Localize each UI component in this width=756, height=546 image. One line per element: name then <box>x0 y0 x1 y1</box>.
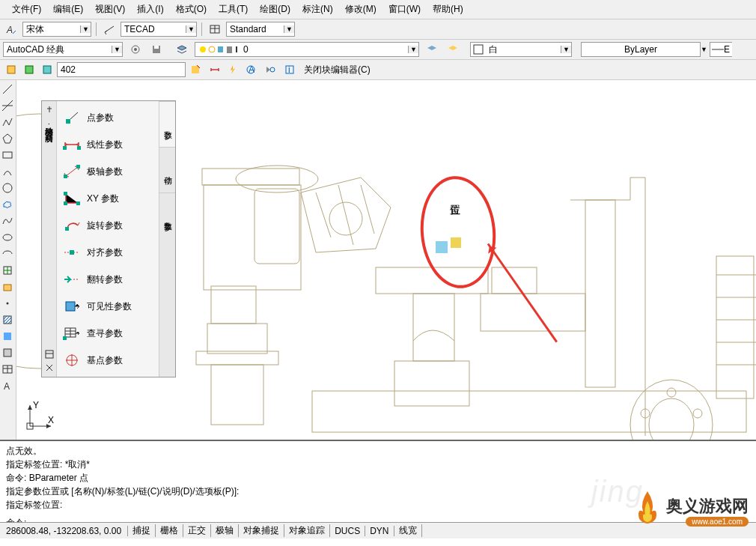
authoring-icon[interactable] <box>187 61 204 78</box>
dimstyle-input[interactable] <box>121 22 186 36</box>
pline-icon[interactable] <box>0 115 15 130</box>
workspace-input[interactable] <box>4 43 112 56</box>
chevron-down-icon[interactable]: ▼ <box>80 25 91 33</box>
menu-draw[interactable]: 绘图(D) <box>254 1 296 17</box>
point-icon[interactable] <box>0 296 15 311</box>
chevron-down-icon[interactable]: ▼ <box>284 25 294 33</box>
chevron-down-icon[interactable]: ▼ <box>112 46 122 53</box>
param-flip[interactable]: 翻转参数 <box>57 266 159 293</box>
linetype-input[interactable] <box>582 43 700 56</box>
font-input[interactable] <box>23 22 80 36</box>
gradient-icon[interactable] <box>0 329 15 344</box>
layer-input[interactable] <box>240 43 408 56</box>
info-icon[interactable]: i <box>281 61 298 78</box>
action-icon[interactable] <box>225 61 241 78</box>
param-lookup[interactable]: 查寻参数 <box>57 320 159 347</box>
attdef-icon[interactable]: A <box>243 61 259 78</box>
xline-icon[interactable] <box>0 98 15 113</box>
menu-tools[interactable]: 工具(T) <box>213 1 254 17</box>
block-name-input[interactable] <box>58 63 185 76</box>
chevron-down-icon[interactable]: ▼ <box>700 46 707 53</box>
block-name-combo[interactable] <box>57 62 186 77</box>
alignment-param-icon <box>63 245 81 260</box>
color-input[interactable] <box>486 43 561 56</box>
lineweight-combo[interactable]: E <box>710 42 732 57</box>
bsave-icon[interactable] <box>21 61 37 78</box>
save-icon[interactable] <box>148 41 165 58</box>
block-icon[interactable] <box>0 279 15 294</box>
insert-icon[interactable] <box>0 263 15 278</box>
menu-modify[interactable]: 修改(M) <box>339 1 382 17</box>
menu-window[interactable]: 窗口(W) <box>382 1 427 17</box>
ellipse-icon[interactable] <box>0 230 15 245</box>
gear-icon[interactable] <box>127 41 144 58</box>
grid-toggle[interactable]: 栅格 <box>156 524 183 537</box>
chevron-down-icon[interactable]: ▼ <box>561 46 571 53</box>
param-polar[interactable]: 极轴参数 <box>57 158 159 185</box>
linetype-combo[interactable]: ▼ <box>581 42 701 57</box>
dimstyle-icon[interactable] <box>101 21 118 37</box>
layer-prev-icon[interactable] <box>445 41 461 58</box>
menu-file[interactable]: 文件(F) <box>6 1 47 17</box>
tablestyle-combo[interactable]: ▼ <box>226 22 295 37</box>
param-basepoint[interactable]: 基点参数 <box>57 347 159 374</box>
spline-icon[interactable] <box>0 213 15 228</box>
param-xy[interactable]: XY 参数 <box>57 185 159 212</box>
osnap-toggle[interactable]: 对象捕捉 <box>239 524 284 537</box>
mtext-icon[interactable]: A <box>0 378 15 393</box>
rectangle-icon[interactable] <box>0 148 15 163</box>
pin-icon[interactable] <box>43 104 55 116</box>
circle-icon[interactable] <box>0 181 15 195</box>
close-block-editor-button[interactable]: 关闭块编辑器(C) <box>299 62 375 78</box>
dimstyle-combo[interactable]: ▼ <box>121 22 197 37</box>
tab-parameters[interactable]: 参数 <box>159 101 175 147</box>
ortho-toggle[interactable]: 正交 <box>183 524 211 537</box>
menu-insert[interactable]: 插入(I) <box>131 1 169 17</box>
otrack-toggle[interactable]: 对象追踪 <box>284 524 330 537</box>
color-combo[interactable]: ▼ <box>470 42 572 57</box>
chevron-down-icon[interactable]: ▼ <box>408 46 418 53</box>
menu-format[interactable]: 格式(O) <box>170 1 213 17</box>
param-icon[interactable] <box>207 61 223 78</box>
tablestyle-input[interactable] <box>227 22 284 36</box>
lwt-toggle[interactable]: 线宽 <box>394 524 422 537</box>
coordinates-display[interactable]: 286008.48, -132208.63, 0.00 <box>0 526 128 536</box>
dyn-toggle[interactable]: DYN <box>365 526 394 536</box>
font-combo[interactable]: ▼ <box>22 22 91 37</box>
revcloud-icon[interactable] <box>0 197 15 212</box>
param-point[interactable]: 点参数 <box>57 104 159 131</box>
polar-toggle[interactable]: 极轴 <box>211 524 239 537</box>
param-linear[interactable]: 线性参数 <box>57 131 159 158</box>
param-rotation[interactable]: 旋转参数 <box>57 212 159 239</box>
layer-combo[interactable]: ▼ <box>195 42 419 57</box>
polygon-icon[interactable] <box>0 131 15 146</box>
props-icon[interactable] <box>43 348 55 360</box>
bedit-icon[interactable] <box>3 61 19 78</box>
bsaveas-icon[interactable] <box>39 61 55 78</box>
workspace-combo[interactable]: ▼ <box>3 42 123 57</box>
block-authoring-palette[interactable]: 块编与动块 · 所有动块 点参数 线性参数 极轴参数 XY 参数 旋转参数 对齐… <box>41 100 176 377</box>
region-icon[interactable] <box>0 345 15 360</box>
layer-icon[interactable] <box>174 41 190 58</box>
table-icon[interactable] <box>0 362 15 377</box>
visibility-icon[interactable] <box>262 61 278 78</box>
tablestyle-icon[interactable] <box>207 21 223 37</box>
layer-state-icon[interactable] <box>424 41 440 58</box>
chevron-down-icon[interactable]: ▼ <box>186 25 196 33</box>
textstyle-icon[interactable]: A <box>3 21 19 37</box>
arc-icon[interactable] <box>0 164 15 179</box>
menu-dimension[interactable]: 标注(N) <box>296 1 339 17</box>
param-alignment[interactable]: 对齐参数 <box>57 239 159 266</box>
menu-edit[interactable]: 编辑(E) <box>47 1 89 17</box>
line-icon[interactable] <box>0 82 15 97</box>
menu-help[interactable]: 帮助(H) <box>427 1 469 17</box>
ellipsearc-icon[interactable] <box>0 246 15 261</box>
param-visibility[interactable]: 可见性参数 <box>57 293 159 320</box>
snap-toggle[interactable]: 捕捉 <box>128 524 156 537</box>
tab-actions[interactable]: 动作 <box>159 147 175 192</box>
close-icon[interactable] <box>43 362 55 374</box>
ducs-toggle[interactable]: DUCS <box>330 526 365 536</box>
menu-view[interactable]: 视图(V) <box>89 1 131 17</box>
tab-paramsets[interactable]: 参数集 <box>159 192 175 238</box>
hatch-icon[interactable] <box>0 312 15 327</box>
